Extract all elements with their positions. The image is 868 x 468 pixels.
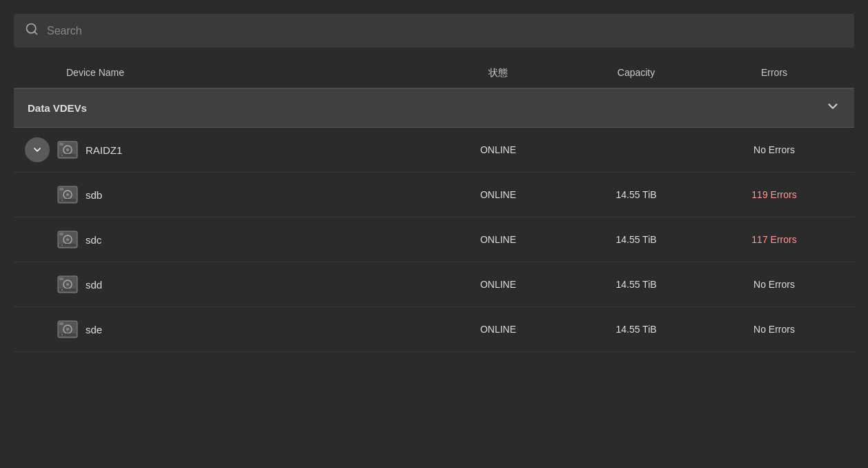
svg-rect-11 xyxy=(59,188,63,191)
errors-sdc: 117 Errors xyxy=(705,234,843,245)
svg-point-19 xyxy=(61,244,63,246)
svg-point-31 xyxy=(61,334,63,335)
table-row: sdb ONLINE 14.55 TiB 119 Errors xyxy=(14,173,854,217)
placeholder-sdb xyxy=(25,182,50,207)
table-header: Device Name 状態 Capacity Errors xyxy=(14,59,854,88)
svg-rect-23 xyxy=(59,277,63,280)
svg-point-28 xyxy=(66,328,69,331)
placeholder-sdd xyxy=(25,272,50,297)
svg-point-25 xyxy=(61,289,63,291)
disk-icon xyxy=(57,184,79,206)
disk-icon xyxy=(57,273,79,295)
svg-point-13 xyxy=(61,199,63,201)
device-cell-sde: sde xyxy=(25,317,429,342)
svg-point-4 xyxy=(66,148,69,151)
disk-icon xyxy=(57,139,79,161)
svg-point-10 xyxy=(66,193,69,196)
svg-point-16 xyxy=(66,238,69,241)
expand-button-raidz1[interactable] xyxy=(25,137,50,162)
status-sdc: ONLINE xyxy=(429,234,567,245)
errors-sde: No Errors xyxy=(705,324,843,335)
page-container: Device Name 状態 Capacity Errors Data VDEV… xyxy=(0,0,868,366)
svg-rect-5 xyxy=(59,143,63,146)
capacity-sdc: 14.55 TiB xyxy=(567,234,705,245)
table-row: sdc ONLINE 14.55 TiB 117 Errors xyxy=(14,217,854,262)
device-name-sde: sde xyxy=(86,324,102,335)
search-input[interactable] xyxy=(47,25,843,37)
errors-sdd: No Errors xyxy=(705,279,843,290)
table-row: sdd ONLINE 14.55 TiB No Errors xyxy=(14,262,854,307)
svg-rect-29 xyxy=(59,322,63,325)
placeholder-sde xyxy=(25,317,50,342)
errors-sdb: 119 Errors xyxy=(705,189,843,200)
col-header-errors: Errors xyxy=(705,67,843,79)
capacity-sde: 14.55 TiB xyxy=(567,324,705,335)
col-header-capacity: Capacity xyxy=(567,67,705,79)
capacity-sdd: 14.55 TiB xyxy=(567,279,705,290)
device-cell-raidz1: RAIDZ1 xyxy=(25,137,429,162)
device-cell-sdd: sdd xyxy=(25,272,429,297)
errors-raidz1: No Errors xyxy=(705,144,843,155)
device-name-sdb: sdb xyxy=(86,189,102,201)
table-container: Device Name 状態 Capacity Errors Data VDEV… xyxy=(14,59,854,352)
table-row: RAIDZ1 ONLINE No Errors xyxy=(14,128,854,173)
svg-line-1 xyxy=(34,32,37,35)
chevron-down-icon xyxy=(825,99,840,117)
search-bar xyxy=(14,14,854,48)
search-icon xyxy=(25,22,39,39)
svg-rect-17 xyxy=(59,233,63,235)
disk-icon xyxy=(57,318,79,340)
status-sdb: ONLINE xyxy=(429,189,567,200)
section-title: Data VDEVs xyxy=(28,102,87,114)
placeholder-sdc xyxy=(25,227,50,252)
col-header-device: Device Name xyxy=(25,67,429,79)
device-name-sdc: sdc xyxy=(86,234,101,246)
status-sdd: ONLINE xyxy=(429,279,567,290)
table-row: sde ONLINE 14.55 TiB No Errors xyxy=(14,307,854,352)
capacity-sdb: 14.55 TiB xyxy=(567,189,705,200)
svg-point-22 xyxy=(66,283,69,286)
status-sde: ONLINE xyxy=(429,324,567,335)
section-data-vdevs[interactable]: Data VDEVs xyxy=(14,88,854,128)
disk-icon xyxy=(57,228,79,251)
device-name-raidz1: RAIDZ1 xyxy=(86,144,122,156)
svg-point-7 xyxy=(61,155,63,156)
device-cell-sdb: sdb xyxy=(25,182,429,207)
col-header-status: 状態 xyxy=(429,67,567,79)
device-cell-sdc: sdc xyxy=(25,227,429,252)
status-raidz1: ONLINE xyxy=(429,144,567,155)
device-name-sdd: sdd xyxy=(86,279,102,291)
